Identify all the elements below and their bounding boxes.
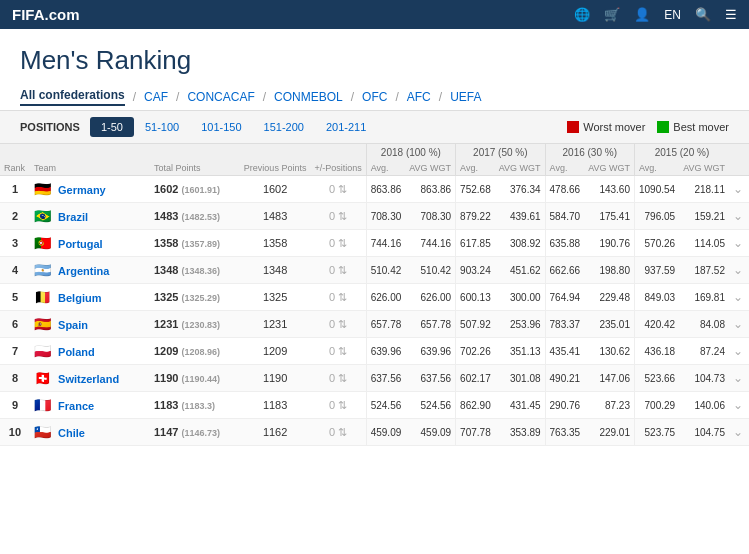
total-points-cell: 1231 (1230.83) (150, 311, 240, 338)
col-rank-header: Rank (0, 161, 30, 176)
user-icon[interactable]: 👤 (634, 7, 650, 22)
avg-2018-cell: 637.56 (366, 365, 405, 392)
avg-2015-cell: 523.75 (634, 419, 679, 446)
arrows-icon: ⇅ (338, 237, 347, 249)
flag-icon: 🇦🇷 (34, 262, 51, 278)
rank-cell: 5 (0, 284, 30, 311)
avg-2017-cell: 879.22 (456, 203, 495, 230)
avg-2018-cell: 657.78 (366, 311, 405, 338)
tab-caf[interactable]: CAF (144, 90, 168, 104)
expand-arrow[interactable]: ⌄ (729, 284, 749, 311)
expand-arrow[interactable]: ⌄ (729, 338, 749, 365)
expand-arrow[interactable]: ⌄ (729, 311, 749, 338)
col-total-header: Total Points (150, 161, 240, 176)
total-points-cell: 1325 (1325.29) (150, 284, 240, 311)
rank-cell: 6 (0, 311, 30, 338)
team-name[interactable]: Argentina (58, 265, 109, 277)
avgwgt-2016-cell: 143.60 (584, 176, 634, 203)
arrows-icon: ⇅ (338, 426, 347, 438)
team-name[interactable]: Poland (58, 346, 95, 358)
menu-icon[interactable]: ☰ (725, 7, 737, 22)
team-cell: 🇨🇭 Switzerland (30, 365, 150, 392)
search-icon[interactable]: 🔍 (695, 7, 711, 22)
team-cell: 🇫🇷 France (30, 392, 150, 419)
col-avgwgt-2016-header: AVG WGT (584, 161, 634, 176)
team-cell: 🇨🇱 Chile (30, 419, 150, 446)
expand-arrow[interactable]: ⌄ (729, 176, 749, 203)
worst-mover-legend: Worst mover (567, 121, 645, 133)
tab-conmebol[interactable]: CONMEBOL (274, 90, 343, 104)
site-logo[interactable]: FIFA.com (12, 6, 80, 23)
avgwgt-2018-cell: 524.56 (405, 392, 455, 419)
expand-arrow[interactable]: ⌄ (729, 365, 749, 392)
team-name[interactable]: Belgium (58, 292, 101, 304)
flag-icon: 🇪🇸 (34, 316, 51, 332)
expand-arrow[interactable]: ⌄ (729, 392, 749, 419)
team-cell: 🇩🇪 Germany (30, 176, 150, 203)
year-2016-header: 2016 (30 %) (545, 144, 634, 161)
col-team-header: Team (30, 161, 150, 176)
team-name[interactable]: Chile (58, 427, 85, 439)
tab-1-50[interactable]: 1-50 (90, 117, 134, 137)
col-avg-2015-header: Avg. (634, 161, 679, 176)
expand-arrow[interactable]: ⌄ (729, 230, 749, 257)
avgwgt-2016-cell: 130.62 (584, 338, 634, 365)
table-row: 2 🇧🇷 Brazil 1483 (1482.53) 1483 0 ⇅ 708.… (0, 203, 749, 230)
col-avgwgt-2017-header: AVG WGT (495, 161, 545, 176)
tab-all-confederations[interactable]: All confederations (20, 88, 125, 106)
avg-2017-cell: 702.26 (456, 338, 495, 365)
table-row: 5 🇧🇪 Belgium 1325 (1325.29) 1325 0 ⇅ 626… (0, 284, 749, 311)
avgwgt-2016-cell: 147.06 (584, 365, 634, 392)
avg-2016-cell: 290.76 (545, 392, 584, 419)
avgwgt-2018-cell: 637.56 (405, 365, 455, 392)
tab-uefa[interactable]: UEFA (450, 90, 481, 104)
avgwgt-2015-cell: 187.52 (679, 257, 729, 284)
lang-label[interactable]: EN (664, 8, 681, 22)
tab-afc[interactable]: AFC (407, 90, 431, 104)
col-avg-2016-header: Avg. (545, 161, 584, 176)
team-name[interactable]: Spain (58, 319, 88, 331)
tab-201-211[interactable]: 201-211 (315, 117, 377, 137)
expand-arrow[interactable]: ⌄ (729, 419, 749, 446)
avgwgt-2018-cell: 510.42 (405, 257, 455, 284)
total-points-cell: 1147 (1146.73) (150, 419, 240, 446)
worst-mover-label: Worst mover (583, 121, 645, 133)
rank-cell: 7 (0, 338, 30, 365)
tab-101-150[interactable]: 101-150 (190, 117, 252, 137)
team-name[interactable]: Germany (58, 184, 106, 196)
plus-minus-cell: 0 ⇅ (310, 392, 366, 419)
team-name[interactable]: Portugal (58, 238, 103, 250)
plus-minus-cell: 0 ⇅ (310, 365, 366, 392)
worst-mover-icon (567, 121, 579, 133)
ranking-table: 2018 (100 %) 2017 (50 %) 2016 (30 %) 201… (0, 144, 749, 446)
prev-points-cell: 1325 (240, 284, 311, 311)
team-cell: 🇵🇱 Poland (30, 338, 150, 365)
avg-2018-cell: 639.96 (366, 338, 405, 365)
total-points-cell: 1602 (1601.91) (150, 176, 240, 203)
expand-arrow[interactable]: ⌄ (729, 203, 749, 230)
avgwgt-2015-cell: 169.81 (679, 284, 729, 311)
avg-2015-cell: 420.42 (634, 311, 679, 338)
avgwgt-2015-cell: 104.75 (679, 419, 729, 446)
cart-icon[interactable]: 🛒 (604, 7, 620, 22)
team-name[interactable]: Switzerland (58, 373, 119, 385)
globe-icon[interactable]: 🌐 (574, 7, 590, 22)
avgwgt-2016-cell: 190.76 (584, 230, 634, 257)
total-points-cell: 1183 (1183.3) (150, 392, 240, 419)
arrows-icon: ⇅ (338, 345, 347, 357)
avg-2018-cell: 510.42 (366, 257, 405, 284)
team-name[interactable]: Brazil (58, 211, 88, 223)
avgwgt-2016-cell: 198.80 (584, 257, 634, 284)
tab-concacaf[interactable]: CONCACAF (187, 90, 254, 104)
team-name[interactable]: France (58, 400, 94, 412)
tab-151-200[interactable]: 151-200 (253, 117, 315, 137)
rank-cell: 2 (0, 203, 30, 230)
prev-points-cell: 1358 (240, 230, 311, 257)
best-mover-label: Best mover (673, 121, 729, 133)
base-cols-header (0, 144, 366, 161)
avg-2015-cell: 436.18 (634, 338, 679, 365)
tab-ofc[interactable]: OFC (362, 90, 387, 104)
expand-arrow[interactable]: ⌄ (729, 257, 749, 284)
tab-51-100[interactable]: 51-100 (134, 117, 190, 137)
plus-minus-cell: 0 ⇅ (310, 176, 366, 203)
